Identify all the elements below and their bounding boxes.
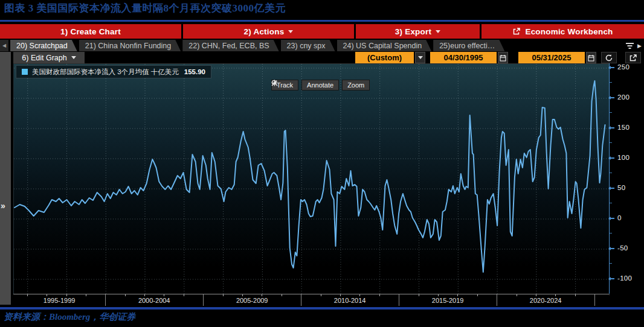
export-menu-button[interactable]: 3) Export [356, 24, 480, 39]
x-axis-year-tick [223, 294, 224, 296]
triangle-left-icon: ◀ [2, 43, 6, 48]
track-label: Track [277, 81, 293, 89]
tab-overflow-icon [626, 43, 634, 49]
export-label: 3) Export [395, 27, 431, 36]
x-axis-year-tick [438, 294, 439, 296]
y-axis: 250200150100500-50-100 [609, 63, 644, 294]
x-axis-bin-label: 2015-2019 [402, 297, 493, 304]
chart-canvas [14, 64, 610, 294]
tab-23-cny-spx[interactable]: 23) cny spx [281, 40, 335, 51]
title-divider [0, 20, 644, 22]
y-axis-minor-tick [610, 173, 612, 173]
y-axis-minor-tick [610, 263, 612, 264]
x-axis-year-tick [86, 294, 86, 296]
workbench-label: Economic Workbench [525, 27, 613, 36]
chevron-double-right-icon: » [1, 201, 5, 211]
x-axis-year-tick [379, 294, 380, 296]
x-axis-year-tick [282, 294, 282, 296]
x-axis-year-tick [536, 294, 536, 296]
x-axis-year-tick [457, 294, 458, 296]
x-axis-year-tick [517, 294, 517, 296]
create-chart-button[interactable]: 1) Create Chart [0, 24, 181, 39]
calendar-icon [500, 54, 506, 62]
tab-21-china-nonfin-funding[interactable]: 21) China Nonfin Funding [79, 40, 181, 51]
bottom-divider [0, 307, 644, 310]
y-axis-minor-tick [610, 112, 612, 113]
expand-chart-button[interactable] [625, 52, 641, 63]
x-axis-bin-separator [497, 294, 497, 306]
tab-22-chn-fed-ecb-bs[interactable]: 22) CHN, Fed, ECB, BS [182, 40, 279, 51]
annotate-button[interactable]: Annotate [301, 80, 339, 90]
chevron-down-icon [71, 56, 76, 59]
range-preset-dropdown-button[interactable] [415, 52, 425, 63]
y-axis-tick: 150 [610, 127, 614, 129]
edit-graph-label: 6) Edit Graph [22, 54, 66, 62]
y-tick-label: 200 [617, 94, 630, 101]
create-chart-label: 1) Create Chart [60, 27, 121, 36]
end-date-value: 05/31/2025 [532, 53, 571, 62]
y-tick-label: 100 [617, 154, 630, 161]
tab-bar-right: ▶ [626, 40, 644, 51]
x-axis-year-tick [27, 294, 28, 296]
x-axis-year-tick [419, 294, 419, 296]
x-axis-bin-label: 2000-2004 [109, 297, 199, 304]
triangle-right-icon: ▶ [637, 43, 642, 49]
end-date-input[interactable]: 05/31/2025 [518, 52, 585, 63]
tab-24-us-capital-spendin[interactable]: 24) US Capital Spendin [337, 40, 432, 51]
chart-legend[interactable]: 美国财政部国际资本净流入 3个月均值 十亿美元 155.90 [16, 65, 211, 78]
x-axis-bin-label: 2005-2009 [207, 297, 297, 304]
refresh-button[interactable] [601, 52, 617, 63]
series-swatch-icon [22, 69, 28, 75]
x-axis-bin-separator [399, 294, 399, 306]
tab-bar: ◀ 20) Scratchpad21) China Nonfin Funding… [0, 40, 644, 51]
actions-menu-button[interactable]: 2) Actions [183, 24, 354, 39]
bloomberg-toolbar: 1) Create Chart 2) Actions 3) Export Eco… [0, 24, 644, 39]
x-axis-year-tick [144, 294, 145, 296]
end-date-calendar-button[interactable] [586, 52, 596, 63]
y-axis-minor-tick [610, 142, 612, 143]
range-preset-select[interactable]: (Custom) [355, 52, 414, 63]
economic-workbench-button[interactable]: Economic Workbench [481, 24, 644, 39]
x-axis-year-tick [321, 294, 321, 296]
tab-25-euro-effecti[interactable]: 25)euro effecti… [433, 40, 504, 51]
y-tick-label: 150 [617, 124, 630, 131]
y-tick-label: 0 [617, 214, 622, 221]
y-axis-tick: 250 [610, 67, 614, 68]
y-axis-tick: 200 [610, 97, 614, 98]
x-axis-bin-label: 2010-2014 [304, 297, 395, 304]
edit-graph-button[interactable]: 6) Edit Graph [13, 52, 85, 63]
y-axis-minor-tick [610, 82, 612, 83]
y-tick-label: 50 [617, 184, 625, 191]
start-date-input[interactable]: 04/30/1995 [430, 52, 497, 63]
x-axis-year-tick [184, 294, 184, 296]
x-axis-year-tick [66, 294, 67, 296]
chart-plot-area[interactable]: 美国财政部国际资本净流入 3个月均值 十亿美元 155.90 Track Ann… [13, 63, 610, 295]
y-axis-tick: -100 [610, 278, 614, 279]
start-date-calendar-button[interactable] [498, 52, 508, 63]
y-axis-minor-tick [610, 203, 612, 203]
x-axis-year-tick [262, 294, 262, 296]
zoom-button[interactable]: Zoom [342, 80, 370, 90]
series-last-value: 155.90 [184, 68, 205, 75]
tab-scroll-left-button[interactable]: ◀ [0, 40, 8, 51]
x-axis-bin-separator [203, 294, 204, 306]
y-axis-tick: -50 [610, 248, 614, 249]
y-axis-tick: 100 [610, 157, 614, 159]
y-tick-label: 250 [617, 63, 630, 71]
source-note: 资料来源：Bloomberg，华创证券 [4, 311, 135, 323]
series-line [14, 81, 605, 272]
panel-collapse-strip[interactable]: » [0, 52, 11, 305]
tab-scroll-right-button[interactable]: ▶ [637, 43, 642, 49]
chevron-down-icon [436, 30, 440, 33]
tab-20-scratchpad[interactable]: 20) Scratchpad [10, 40, 77, 51]
x-axis: 1995-19992000-20042005-20092010-20142015… [13, 294, 609, 306]
x-axis-bin-separator [105, 294, 106, 306]
zoom-magnifier-icon [271, 80, 278, 86]
y-tick-label: -100 [617, 275, 632, 282]
tab-overflow-button[interactable] [626, 43, 634, 49]
x-axis-bin-label: 1995-1999 [14, 297, 105, 304]
x-axis-year-tick [164, 294, 164, 296]
chart-controls-row: 6) Edit Graph (Custom) 04/30/1995 05/31/… [0, 52, 644, 63]
range-preset-value: (Custom) [367, 53, 402, 62]
screenshot-root: 图表 3 美国国际资本净流入量时隔8个月再次突破3000亿美元 1) Creat… [0, 0, 644, 327]
